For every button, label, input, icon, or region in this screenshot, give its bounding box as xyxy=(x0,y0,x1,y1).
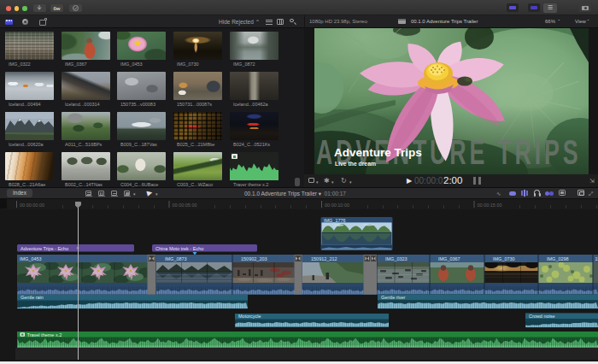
svg-text:Crowd noise: Crowd noise xyxy=(529,314,555,319)
svg-text:IMG_0298: IMG_0298 xyxy=(547,256,569,261)
svg-text:IMG_0873: IMG_0873 xyxy=(165,256,187,261)
svg-text:Gentle river: Gentle river xyxy=(381,295,406,300)
svg-text:Travel theme x.2: Travel theme x.2 xyxy=(27,332,62,338)
svg-text:IMG_0323: IMG_0323 xyxy=(385,256,407,261)
svg-text:00:00:15:00: 00:00:15:00 xyxy=(478,203,502,208)
svg-text:IMG_0367: IMG_0367 xyxy=(438,256,460,261)
svg-text:00:00:05:00: 00:00:05:00 xyxy=(173,203,197,208)
svg-text:IMG_0730: IMG_0730 xyxy=(493,256,515,261)
svg-text:Motorcycle: Motorcycle xyxy=(238,314,261,319)
svg-text:China Moto trek - Echo: China Moto trek - Echo xyxy=(155,246,203,251)
svg-text:15: 15 xyxy=(595,256,598,261)
svg-text:Adventure Trips: Adventure Trips xyxy=(334,146,422,159)
svg-text:00:00:10:00: 00:00:10:00 xyxy=(325,203,349,208)
svg-text:150902_203: 150902_203 xyxy=(241,256,267,261)
svg-text:Adventure Trips - Echo: Adventure Trips - Echo xyxy=(21,246,68,251)
svg-text:Live the dream: Live the dream xyxy=(335,161,376,167)
svg-text:150912_212: 150912_212 xyxy=(311,256,337,261)
svg-text:Gentle rain: Gentle rain xyxy=(21,295,44,300)
svg-text:IMG_1776: IMG_1776 xyxy=(324,218,346,223)
svg-text:00:00:00:00: 00:00:00:00 xyxy=(20,203,44,208)
svg-text:IMG_0453: IMG_0453 xyxy=(20,256,42,261)
